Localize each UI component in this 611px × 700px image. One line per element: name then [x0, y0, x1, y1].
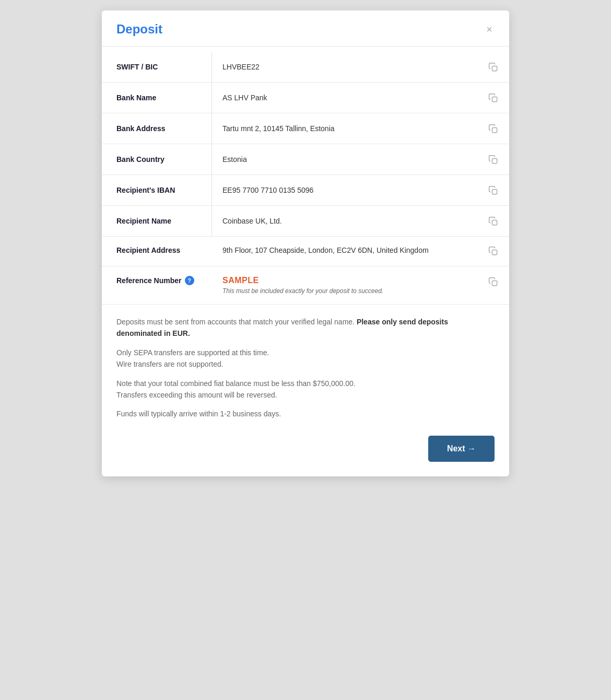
label-bank-address: Bank Address	[102, 113, 212, 144]
footer-p2-line2: Wire transfers are not supported.	[116, 360, 224, 368]
svg-rect-5	[492, 220, 497, 225]
reference-number-content: SAMPLE This must be included exactly for…	[222, 276, 482, 295]
close-button[interactable]: ×	[484, 22, 495, 37]
reference-number-label-text: Reference Number	[116, 276, 182, 285]
row-bank-address: Bank Address Tartu mnt 2, 10145 Tallinn,…	[102, 113, 509, 144]
bank-country-text: Estonia	[222, 155, 482, 164]
copy-bank-address[interactable]	[488, 123, 499, 134]
reference-sample-text: SAMPLE	[222, 276, 482, 285]
row-recipient-address: Recipient Address 9th Floor, 107 Cheapsi…	[102, 237, 509, 266]
bank-address-text: Tartu mnt 2, 10145 Tallinn, Estonia	[222, 124, 482, 133]
footer-text: Deposits must be sent from accounts that…	[102, 305, 509, 425]
reference-note-text: This must be included exactly for your d…	[222, 287, 482, 295]
recipients-iban-text: EE95 7700 7710 0135 5096	[222, 186, 482, 194]
modal-body: SWIFT / BIC LHVBEE22 Bank Name AS LHV Pa…	[102, 46, 509, 425]
recipient-name-text: Coinbase UK, Ltd.	[222, 217, 482, 225]
copy-bank-country[interactable]	[488, 154, 499, 165]
value-recipients-iban: EE95 7700 7710 0135 5096	[212, 175, 509, 205]
footer-paragraph-3: Note that your total combined fiat balan…	[116, 378, 495, 401]
modal-footer: Next →	[102, 425, 509, 476]
svg-rect-3	[492, 159, 497, 164]
copy-bank-name[interactable]	[488, 92, 499, 103]
label-reference-number: Reference Number ?	[102, 266, 212, 295]
label-recipient-address: Recipient Address	[102, 237, 212, 264]
modal-header: Deposit ×	[102, 10, 509, 46]
footer-p3-line1: Note that your total combined fiat balan…	[116, 379, 356, 388]
value-bank-country: Estonia	[212, 144, 509, 174]
label-recipient-name: Recipient Name	[102, 206, 212, 236]
deposit-modal: Deposit × SWIFT / BIC LHVBEE22 Bank Name	[102, 10, 509, 476]
copy-recipient-address[interactable]	[488, 246, 499, 256]
label-bank-country: Bank Country	[102, 144, 212, 174]
footer-p2-line1: Only SEPA transfers are supported at thi…	[116, 348, 269, 357]
copy-swift-bic[interactable]	[488, 61, 499, 73]
row-bank-name: Bank Name AS LHV Pank	[102, 83, 509, 113]
row-bank-country: Bank Country Estonia	[102, 144, 509, 175]
modal-title: Deposit	[116, 22, 162, 37]
footer-p3-line2: Transfers exceeding this amount will be …	[116, 391, 277, 399]
svg-rect-2	[492, 128, 497, 133]
value-swift-bic: LHVBEE22	[212, 52, 509, 82]
value-bank-name: AS LHV Pank	[212, 83, 509, 113]
bank-name-text: AS LHV Pank	[222, 94, 482, 102]
svg-rect-7	[492, 281, 497, 286]
row-swift-bic: SWIFT / BIC LHVBEE22	[102, 52, 509, 83]
footer-p1-normal: Deposits must be sent from accounts that…	[116, 318, 357, 326]
svg-rect-6	[492, 250, 497, 255]
label-recipients-iban: Recipient's IBAN	[102, 175, 212, 205]
copy-recipients-iban[interactable]	[488, 184, 499, 196]
reference-help-icon[interactable]: ?	[185, 276, 194, 285]
copy-recipient-name[interactable]	[488, 215, 499, 227]
value-reference-number: SAMPLE This must be included exactly for…	[212, 266, 509, 304]
footer-paragraph-1: Deposits must be sent from accounts that…	[116, 316, 495, 340]
value-recipient-name: Coinbase UK, Ltd.	[212, 206, 509, 236]
row-recipients-iban: Recipient's IBAN EE95 7700 7710 0135 509…	[102, 175, 509, 206]
footer-paragraph-4: Funds will typically arrive within 1-2 b…	[116, 408, 495, 419]
footer-paragraph-2: Only SEPA transfers are supported at thi…	[116, 347, 495, 370]
recipient-address-text: 9th Floor, 107 Cheapside, London, EC2V 6…	[222, 246, 482, 254]
row-recipient-name: Recipient Name Coinbase UK, Ltd.	[102, 206, 509, 237]
svg-rect-0	[492, 66, 497, 71]
footer-p4-text: Funds will typically arrive within 1-2 b…	[116, 410, 281, 418]
swift-bic-text: LHVBEE22	[222, 63, 482, 71]
copy-reference-number[interactable]	[488, 276, 499, 287]
svg-rect-1	[492, 97, 497, 102]
label-bank-name: Bank Name	[102, 83, 212, 113]
value-recipient-address: 9th Floor, 107 Cheapside, London, EC2V 6…	[212, 237, 509, 266]
value-bank-address: Tartu mnt 2, 10145 Tallinn, Estonia	[212, 113, 509, 144]
label-swift-bic: SWIFT / BIC	[102, 52, 212, 82]
svg-rect-4	[492, 190, 497, 194]
next-button[interactable]: Next →	[428, 436, 495, 462]
row-reference-number: Reference Number ? SAMPLE This must be i…	[102, 266, 509, 305]
